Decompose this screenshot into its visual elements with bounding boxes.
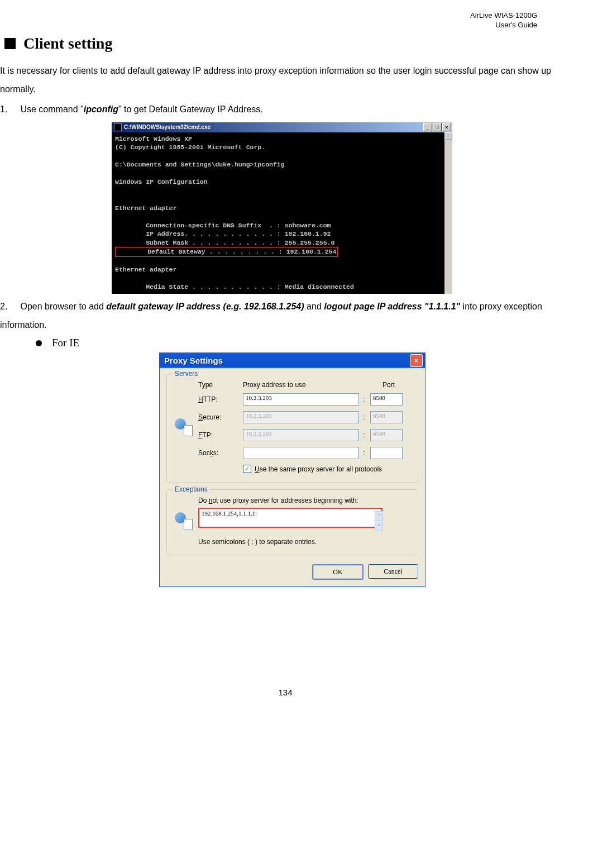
intro-text: It is necessary for clients to add defau… <box>0 61 571 99</box>
maximize-button[interactable]: □ <box>433 123 442 131</box>
cmd-l9: Default Gateway . . . . . . . . . : 192.… <box>117 248 336 255</box>
proxy-title: Proxy Settings <box>164 356 223 365</box>
exceptions-input[interactable]: 192.168.1.254,1.1.1.1| <box>198 508 382 528</box>
close-button[interactable]: × <box>410 354 423 367</box>
step1-cmd: ipconfig <box>84 104 118 114</box>
cmd-title: C:\WINDOWS\system32\cmd.exe <box>124 124 211 130</box>
proxy-titlebar: Proxy Settings × <box>160 352 425 368</box>
cmd-l8: Subnet Mask . . . . . . . . . . . : 255.… <box>115 239 334 246</box>
doc-header: AirLive WIAS-1200G User's Guide <box>0 11 571 30</box>
http-label: HTTP: <box>198 395 243 403</box>
cmd-l6: Connection-specific DNS Suffix . : sohow… <box>115 222 331 229</box>
exception-icon <box>175 512 193 530</box>
servers-legend: Servers <box>173 370 200 378</box>
cmd-icon <box>114 123 122 131</box>
scroll-up-icon[interactable]: ▲ <box>444 132 452 140</box>
scroll-down-icon[interactable]: ˅ <box>375 522 383 531</box>
ftp-label: FTP: <box>198 431 243 439</box>
server-icon <box>175 418 193 436</box>
cmd-l7: IP Address. . . . . . . . . . . . : 192.… <box>115 230 331 237</box>
step-num: 2. <box>0 297 18 316</box>
close-button[interactable]: × <box>442 123 451 131</box>
servers-fieldset: Servers Type Proxy address to use <box>166 374 418 483</box>
cmd-highlight: Default Gateway . . . . . . . . . : 192.… <box>115 247 338 257</box>
step-1: 1. Use command "ipconfig" to get Default… <box>0 100 571 119</box>
step2-b2: logout page IP address "1.1.1.1" <box>324 302 460 311</box>
scroll-up-icon[interactable]: ˄ <box>375 511 383 521</box>
cmd-l1: Microsoft Windows XP <box>115 135 192 142</box>
ftp-address-input: 10.2.3.203 <box>243 429 359 441</box>
step1-pre: Use command " <box>20 104 83 114</box>
step1-post: " to get Default Gateway IP Address. <box>118 104 263 114</box>
exc-text: Do not use proxy server for addresses be… <box>198 497 409 504</box>
secure-label: Secure: <box>198 413 243 421</box>
minimize-button[interactable]: _ <box>423 123 432 131</box>
step2-b1: default gateway IP address (e.g. 192.168… <box>106 302 304 311</box>
square-bullet-icon <box>4 38 16 49</box>
exceptions-fieldset: Exceptions Do not use proxy server for a… <box>166 489 418 555</box>
cmd-l10: Ethernet adapter <box>115 266 176 273</box>
secure-port-input: 6588 <box>370 411 403 423</box>
step-num: 1. <box>0 100 18 119</box>
dot-bullet-icon <box>36 340 42 346</box>
same-proxy-label: Use the same proxy server for all protoc… <box>255 465 382 473</box>
socks-label: Socks: <box>198 449 243 457</box>
secure-address-input: 10.2.3.203 <box>243 411 359 423</box>
page-title: Client setting <box>23 35 112 53</box>
sub-for-ie: For IE <box>52 337 79 349</box>
same-proxy-checkbox[interactable]: ✓ <box>243 465 251 473</box>
step2-pre: Open browser to add <box>20 302 106 311</box>
http-port-input[interactable]: 6588 <box>370 393 403 406</box>
hdr-addr: Proxy address to use <box>243 381 355 389</box>
cmd-l5: Ethernet adapter <box>115 204 176 212</box>
step-2: 2. Open browser to add default gateway I… <box>0 297 571 335</box>
socks-address-input[interactable] <box>243 447 359 459</box>
cmd-l3: C:\Documents and Settings\duke.hung>ipco… <box>115 161 285 168</box>
doc-name: User's Guide <box>495 21 537 29</box>
cmd-body: ▲Microsoft Windows XP (C) Copyright 1985… <box>112 132 452 294</box>
cancel-button[interactable]: Cancel <box>368 564 418 579</box>
http-address-input[interactable]: 10.2.3.203 <box>243 393 359 406</box>
proxy-dialog: Proxy Settings × Servers Type <box>159 352 425 587</box>
ok-button[interactable]: OK <box>312 564 364 580</box>
cmd-l4: Windows IP Configuration <box>115 178 208 185</box>
ftp-port-input: 6588 <box>370 429 403 441</box>
cmd-window: C:\WINDOWS\system32\cmd.exe _ □ × ▲Micro… <box>112 122 452 294</box>
cmd-l11: Media State . . . . . . . . . . . : Medi… <box>115 283 354 290</box>
product-name: AirLive WIAS-1200G <box>470 11 537 20</box>
page-number: 134 <box>0 688 571 697</box>
socks-port-input[interactable] <box>370 447 403 459</box>
hdr-type: Type <box>198 381 243 389</box>
hdr-port: Port <box>365 381 399 389</box>
cmd-titlebar: C:\WINDOWS\system32\cmd.exe _ □ × <box>112 122 452 132</box>
exc-note: Use semicolons ( ; ) to separate entries… <box>198 538 409 546</box>
cmd-l2: (C) Copyright 1985-2001 Microsoft Corp. <box>115 144 265 151</box>
step2-mid: and <box>304 302 324 311</box>
exceptions-legend: Exceptions <box>173 485 210 493</box>
